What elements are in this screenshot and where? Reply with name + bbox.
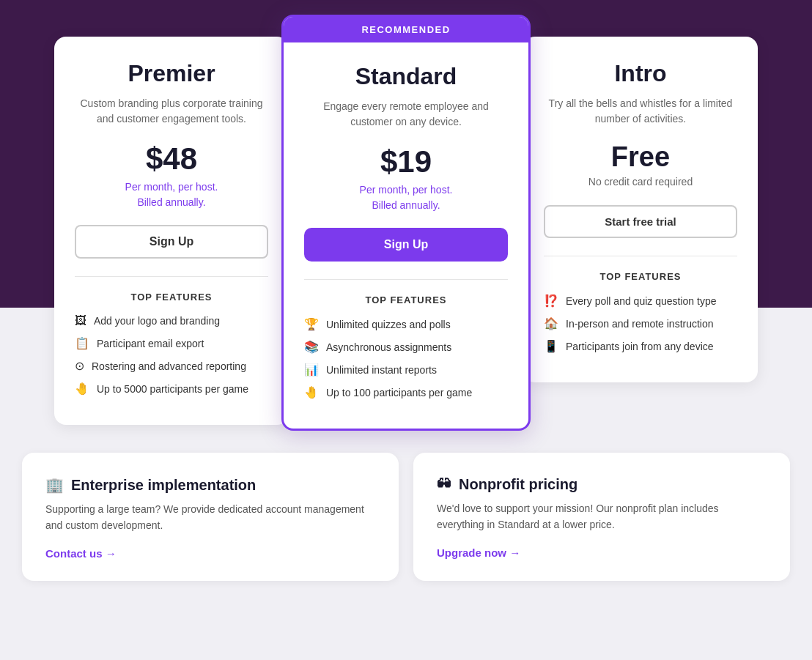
- list-item: 📱 Participants join from any device: [544, 339, 737, 353]
- list-item: 🏠 In-person and remote instruction: [544, 316, 737, 330]
- participants-icon: 🤚: [304, 385, 319, 399]
- device-icon: 📱: [544, 339, 558, 353]
- premier-features-heading: TOP FEATURES: [75, 292, 268, 303]
- standard-card: RECOMMENDED Standard Engage every remote…: [281, 15, 531, 431]
- list-item: 🤚 Up to 5000 participants per game: [75, 382, 268, 396]
- standard-description: Engage every remote employee and custome…: [304, 99, 508, 130]
- intro-features-heading: TOP FEATURES: [544, 271, 737, 282]
- standard-signup-button[interactable]: Sign Up: [304, 228, 508, 262]
- standard-divider: [304, 279, 508, 280]
- enterprise-contact-link[interactable]: Contact us →: [45, 547, 117, 560]
- list-item: 📋 Participant email export: [75, 336, 268, 350]
- standard-features-list: 🏆 Unlimited quizzes and polls 📚 Asynchro…: [304, 317, 508, 399]
- standard-features-heading: TOP FEATURES: [304, 294, 508, 305]
- premier-description: Custom branding plus corporate training …: [75, 96, 268, 127]
- intro-card: Intro Try all the bells and whistles for…: [523, 37, 758, 382]
- intro-features-list: ⁉️ Every poll and quiz question type 🏠 I…: [544, 294, 737, 353]
- nonprofit-description: We'd love to support your mission! Our n…: [437, 500, 767, 533]
- nonprofit-upgrade-link[interactable]: Upgrade now →: [437, 546, 520, 559]
- standard-price-sub: Per month, per host. Billed annually.: [304, 182, 508, 213]
- list-item: 🤚 Up to 100 participants per game: [304, 385, 508, 399]
- premier-title: Premier: [75, 60, 268, 87]
- enterprise-description: Supporting a large team? We provide dedi…: [45, 501, 375, 534]
- intro-price-label: Free: [544, 141, 737, 173]
- email-icon: 📋: [75, 336, 89, 350]
- list-item: 📊 Unlimited instant reports: [304, 363, 508, 377]
- premier-features-list: 🖼 Add your logo and branding 📋 Participa…: [75, 314, 268, 396]
- premier-signup-button[interactable]: Sign Up: [75, 225, 268, 259]
- nonprofit-icon: 🕶: [437, 476, 451, 493]
- premier-price: $48: [75, 141, 268, 177]
- recommended-badge: RECOMMENDED: [284, 17, 528, 42]
- list-item: ⊙ Rostering and advanced reporting: [75, 359, 268, 373]
- enterprise-card: 🏢 Enterprise implementation Supporting a…: [22, 453, 399, 581]
- intro-divider: [544, 256, 737, 256]
- async-icon: 📚: [304, 340, 319, 354]
- roster-icon: ⊙: [75, 359, 84, 373]
- logo-icon: 🖼: [75, 314, 86, 327]
- premier-divider: [75, 276, 268, 277]
- premier-card: Premier Custom branding plus corporate t…: [54, 37, 289, 425]
- list-item: 📚 Asynchronous assignments: [304, 340, 508, 354]
- list-item: 🏆 Unlimited quizzes and polls: [304, 317, 508, 331]
- question-icon: ⁉️: [544, 294, 558, 308]
- list-item: ⁉️ Every poll and quiz question type: [544, 294, 737, 308]
- standard-price: $19: [304, 144, 508, 179]
- nonprofit-card: 🕶 Nonprofit pricing We'd love to support…: [413, 453, 790, 581]
- intro-title: Intro: [544, 60, 737, 87]
- reports-icon: 📊: [304, 363, 319, 377]
- trophy-icon: 🏆: [304, 317, 319, 331]
- enterprise-title: 🏢 Enterprise implementation: [45, 476, 375, 494]
- standard-title: Standard: [304, 63, 508, 90]
- inperson-icon: 🏠: [544, 316, 558, 330]
- intro-price-sub: No credit card required: [544, 176, 737, 188]
- list-item: 🖼 Add your logo and branding: [75, 314, 268, 327]
- participants-icon: 🤚: [75, 382, 89, 396]
- enterprise-icon: 🏢: [45, 476, 64, 494]
- intro-description: Try all the bells and whistles for a lim…: [544, 96, 737, 127]
- premier-price-sub: Per month, per host. Billed annually.: [75, 179, 268, 210]
- nonprofit-title: 🕶 Nonprofit pricing: [437, 476, 767, 493]
- bottom-cards-row: 🏢 Enterprise implementation Supporting a…: [22, 453, 790, 581]
- intro-trial-button[interactable]: Start free trial: [544, 205, 737, 238]
